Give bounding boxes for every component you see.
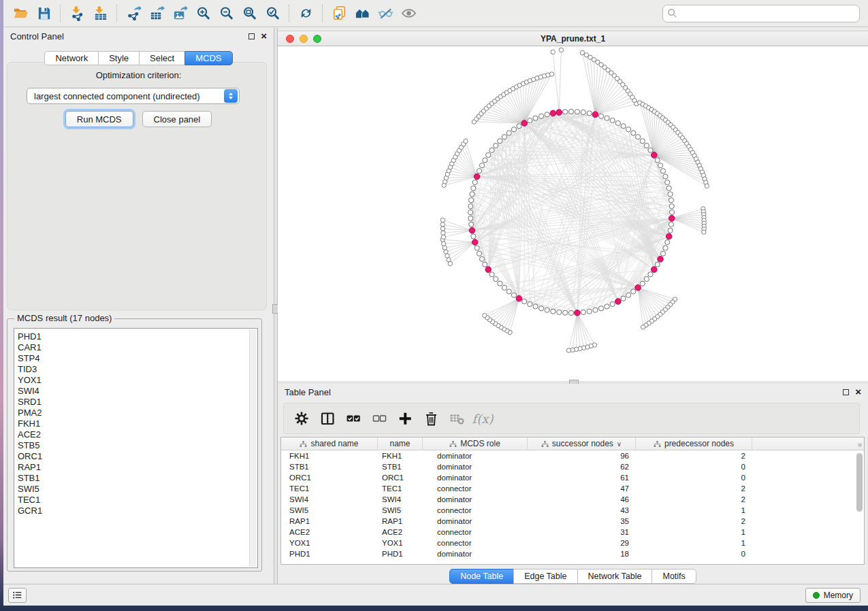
mcds-result-item[interactable]: FKH1 — [18, 418, 257, 429]
table-tab-edge-table[interactable]: Edge Table — [513, 569, 577, 584]
copy-button[interactable] — [327, 3, 351, 24]
table-row[interactable]: SWI4SWI4dominator462 — [281, 494, 864, 505]
column-header-successor-nodes[interactable]: successor nodes∨ — [528, 437, 636, 450]
mcds-list-scrollbar[interactable] — [249, 329, 257, 567]
search-input[interactable] — [662, 5, 860, 22]
mcds-result-item[interactable]: STP4 — [18, 353, 257, 364]
cell: SWI4 — [378, 494, 423, 505]
export-table-button[interactable] — [145, 3, 168, 24]
show-all-button[interactable] — [397, 3, 420, 24]
close-panel-button[interactable]: Close panel — [142, 111, 212, 127]
mcds-result-item[interactable]: SWI4 — [18, 386, 257, 397]
table-row[interactable]: RAP1RAP1dominator352 — [281, 516, 864, 527]
toolbar-separator — [322, 5, 323, 22]
node-table: shared namenameMCDS rolesuccessor nodes∨… — [280, 437, 865, 565]
add-icon — [398, 411, 413, 426]
control-panel-titlebar: Control Panel × — [3, 28, 274, 44]
table-row[interactable]: PHD1PHD1dominator180 — [281, 548, 864, 559]
mcds-result-item[interactable]: TID3 — [18, 364, 257, 375]
mcds-result-list[interactable]: PHD1CAR1STP4TID3YOX1SWI4SRD1PMA2FKH1ACE2… — [14, 328, 258, 568]
mcds-result-item[interactable]: ACE2 — [18, 429, 257, 440]
table-row[interactable]: TEC1TEC1connector472 — [281, 483, 864, 494]
cell: PHD1 — [378, 548, 423, 559]
mcds-result-item[interactable]: YOX1 — [18, 375, 257, 386]
main-toolbar — [3, 0, 868, 27]
network-view-canvas[interactable] — [278, 46, 868, 381]
table-tab-node-table[interactable]: Node Table — [449, 569, 514, 584]
delete-table-icon — [449, 411, 464, 426]
control-tab-style[interactable]: Style — [98, 51, 140, 65]
mcds-result-item[interactable]: CAR1 — [18, 342, 257, 353]
settings-button[interactable] — [291, 408, 312, 429]
list-icon — [12, 589, 23, 601]
deselect-all-button[interactable] — [368, 408, 390, 429]
toolbar-icons — [9, 3, 420, 24]
first-neighbors-button[interactable] — [351, 3, 374, 24]
float-window-icon[interactable] — [843, 389, 849, 395]
control-tab-network[interactable]: Network — [44, 51, 99, 65]
export-image-button[interactable] — [168, 3, 191, 24]
column-header-predecessor-nodes[interactable]: predecessor nodes — [636, 437, 752, 450]
refresh-button[interactable] — [294, 3, 317, 24]
cell: STB1 — [378, 461, 423, 472]
mcds-result-item[interactable]: STB5 — [18, 440, 257, 451]
cell: 2 — [636, 483, 752, 494]
select-all-button[interactable] — [342, 408, 364, 429]
table-panel-title: Table Panel — [285, 387, 331, 397]
control-panel: Control Panel × NetworkStyleSelectMCDS O… — [3, 28, 274, 584]
cell: ORC1 — [378, 472, 423, 483]
mcds-result-item[interactable]: PMA2 — [18, 408, 257, 418]
import-table-button[interactable] — [89, 3, 112, 24]
cell: 47 — [528, 483, 636, 494]
mcds-result-item[interactable]: TEC1 — [18, 495, 257, 506]
zoom-selected-button[interactable] — [261, 3, 284, 24]
criterion-dropdown[interactable]: largest connected component (undirected) — [27, 88, 240, 104]
zoom-in-button[interactable] — [191, 3, 214, 24]
table-row[interactable]: FKH1FKH1dominator962 — [281, 450, 864, 461]
control-tab-select[interactable]: Select — [139, 51, 185, 65]
table-row[interactable]: STB1STB1dominator620 — [281, 461, 864, 472]
close-panel-icon[interactable]: × — [855, 389, 861, 395]
table-scrollbar-dot — [858, 443, 862, 447]
hide-selected-button[interactable] — [374, 3, 397, 24]
open-button[interactable] — [9, 3, 32, 24]
table-tab-network-table[interactable]: Network Table — [577, 569, 653, 584]
search-box — [662, 5, 860, 22]
mcds-result-item[interactable]: ORC1 — [18, 451, 257, 462]
table-tab-motifs[interactable]: Motifs — [652, 569, 696, 584]
mcds-result-item[interactable]: RAP1 — [18, 462, 257, 473]
table-row[interactable]: ORC1ORC1dominator610 — [281, 472, 864, 483]
export-network-button[interactable] — [122, 3, 145, 24]
cell: 1 — [636, 505, 752, 516]
save-button[interactable] — [32, 3, 55, 24]
table-scrollbar[interactable] — [856, 453, 863, 512]
table-row[interactable]: YOX1YOX1connector291 — [281, 538, 864, 548]
table-row[interactable]: SWI5SWI5connector431 — [281, 505, 864, 516]
column-header-name[interactable]: name — [378, 437, 423, 450]
task-history-button[interactable] — [8, 588, 27, 603]
add-button[interactable] — [394, 408, 416, 429]
float-window-icon[interactable] — [248, 33, 255, 39]
mcds-result-item[interactable]: PHD1 — [18, 331, 257, 342]
mcds-result-item[interactable]: SWI5 — [18, 484, 257, 495]
mcds-result-item[interactable]: GCR1 — [18, 506, 257, 516]
import-network-button[interactable] — [65, 3, 89, 24]
criterion-value: largest connected component (undirected) — [34, 91, 224, 101]
column-label: shared name — [310, 439, 358, 448]
zoom-fit-button[interactable] — [238, 3, 261, 24]
column-header-shared-name[interactable]: shared name — [281, 437, 378, 450]
zoom-out-button[interactable] — [214, 3, 238, 24]
first-neighbors-icon — [355, 5, 370, 21]
zoom-in-icon — [195, 5, 211, 21]
close-panel-icon[interactable]: × — [261, 33, 267, 39]
column-type-icon — [541, 440, 549, 448]
columns-button[interactable] — [317, 408, 338, 429]
memory-button[interactable]: Memory — [805, 588, 861, 603]
mcds-result-item[interactable]: STB1 — [18, 473, 257, 484]
table-row[interactable]: ACE2ACE2connector311 — [281, 527, 864, 538]
run-mcds-button[interactable]: Run MCDS — [65, 111, 133, 127]
delete-button[interactable] — [420, 408, 442, 429]
control-tab-mcds[interactable]: MCDS — [184, 51, 232, 65]
mcds-result-item[interactable]: SRD1 — [18, 397, 257, 408]
column-header-MCDS-role[interactable]: MCDS role — [423, 437, 528, 450]
